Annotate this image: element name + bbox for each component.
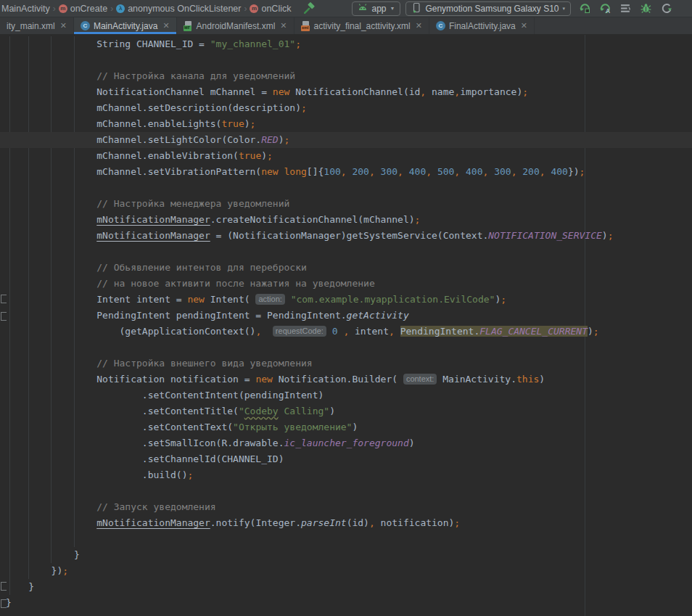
code-token: long bbox=[284, 166, 307, 177]
code-token: this bbox=[516, 374, 539, 385]
profiler-icon[interactable] bbox=[617, 1, 633, 17]
code-line[interactable]: PendingIntent pendingIntent = PendingInt… bbox=[0, 308, 692, 324]
apply-code-changes-icon[interactable]: A bbox=[597, 1, 613, 17]
phone-icon bbox=[411, 2, 421, 15]
code-line[interactable]: .setContentIntent(pendingIntent) bbox=[0, 387, 692, 403]
code-token: "Открыть уведомление" bbox=[233, 422, 352, 432]
code-line[interactable]: } bbox=[0, 595, 692, 611]
breadcrumb-item[interactable]: monClick bbox=[250, 4, 291, 14]
code-line[interactable] bbox=[0, 180, 692, 196]
code-line[interactable]: } bbox=[0, 579, 692, 595]
code-token: ; bbox=[501, 294, 506, 305]
close-icon[interactable]: ✕ bbox=[416, 21, 422, 30]
tab-label: ity_main.xml bbox=[7, 21, 55, 31]
code-token bbox=[6, 517, 96, 528]
code-line[interactable] bbox=[0, 52, 692, 68]
code-token bbox=[460, 166, 466, 177]
code-line[interactable] bbox=[0, 483, 692, 499]
code-line[interactable]: mChannel.setDescription(description); bbox=[0, 100, 692, 116]
build-hammer-icon[interactable] bbox=[301, 1, 317, 17]
editor-tab[interactable]: xmlactivity_final_acttivity.xml✕ bbox=[294, 17, 429, 34]
code-line[interactable] bbox=[0, 340, 692, 356]
code-line[interactable]: String CHANNEL_ID = "my_channel_01"; bbox=[0, 36, 692, 52]
attach-debugger-icon[interactable] bbox=[638, 1, 654, 17]
code-token: ; bbox=[187, 469, 193, 480]
editor-tab[interactable]: ity_main.xml✕ bbox=[0, 17, 74, 34]
code-token: ) bbox=[539, 374, 545, 385]
code-line[interactable] bbox=[0, 531, 692, 547]
run-config-label: app bbox=[371, 4, 386, 14]
code-line[interactable]: // Запуск уведомления bbox=[0, 499, 692, 515]
breadcrumb-item[interactable]: monCreate bbox=[59, 4, 107, 14]
code-token: , bbox=[369, 166, 375, 177]
editor-tab[interactable]: CFinalActtivity.java✕ bbox=[429, 17, 535, 34]
code-line[interactable]: .setContentText("Открыть уведомление") bbox=[0, 419, 692, 435]
code-line[interactable]: // Настройка канала для уведомлений bbox=[0, 68, 692, 84]
run-config-selector[interactable]: app ▼ bbox=[352, 1, 400, 16]
code-token bbox=[279, 166, 284, 177]
code-area[interactable]: String CHANNEL_ID = "my_channel_01"; // … bbox=[0, 35, 692, 611]
code-token: (getApplicationContext() bbox=[6, 326, 255, 337]
code-token: 200 bbox=[352, 166, 368, 177]
code-token: // на новое активити после нажатия на ув… bbox=[6, 278, 375, 289]
code-line[interactable]: }); bbox=[0, 563, 692, 579]
tab-label: AndroidManifest.xml bbox=[197, 21, 276, 31]
close-icon[interactable]: ✕ bbox=[280, 21, 287, 30]
code-line[interactable]: mChannel.setVibrationPattern(new long[]{… bbox=[0, 164, 692, 180]
code-line[interactable]: NotificationChannel mChannel = new Notif… bbox=[0, 84, 692, 100]
breadcrumb-separator: › bbox=[110, 4, 113, 14]
code-token: String CHANNEL_ID = bbox=[6, 38, 210, 49]
editor-tab[interactable]: CMainActivity.java✕ bbox=[74, 17, 177, 34]
code-token: // Настройка канала для уведомлений bbox=[6, 70, 295, 81]
code-line[interactable]: // Настройка менеджера уведомлений bbox=[0, 196, 692, 212]
code-line[interactable]: } bbox=[0, 547, 692, 563]
code-token: ; bbox=[295, 38, 301, 49]
code-line[interactable]: mChannel.enableVibration(true); bbox=[0, 148, 692, 164]
code-token: "my_channel_01" bbox=[210, 38, 295, 49]
code-line[interactable]: // Настройка внешнего вида уведомления bbox=[0, 356, 692, 371]
code-token: ) bbox=[352, 422, 358, 432]
code-editor[interactable]: String CHANNEL_ID = "my_channel_01"; // … bbox=[0, 35, 692, 616]
anonymous-class-icon: λ bbox=[116, 4, 125, 13]
code-line[interactable]: mChannel.setLightColor(Color.RED); bbox=[0, 132, 692, 148]
chevron-down-icon: ▾ bbox=[563, 6, 566, 12]
code-token: mChannel.enableLights( bbox=[6, 118, 221, 129]
code-line[interactable]: .setChannelId(CHANNEL_ID) bbox=[0, 451, 692, 467]
close-icon[interactable]: ✕ bbox=[162, 21, 169, 30]
editor-tab[interactable]: MFAndroidManifest.xml✕ bbox=[177, 17, 294, 34]
code-token: ; bbox=[593, 326, 599, 337]
code-line[interactable]: mChannel.enableLights(true); bbox=[0, 116, 692, 132]
code-line[interactable]: // на новое активити после нажатия на ув… bbox=[0, 276, 692, 292]
code-line[interactable]: mNotificationManager.createNotificationC… bbox=[0, 212, 692, 228]
code-line[interactable]: mNotificationManager = (NotificationMana… bbox=[0, 228, 692, 244]
code-line[interactable] bbox=[0, 244, 692, 260]
code-line[interactable]: (getApplicationContext(), requestCode: 0… bbox=[0, 324, 692, 340]
profile-icon[interactable] bbox=[658, 1, 674, 17]
code-line[interactable]: Intent intent = new Intent( action: "com… bbox=[0, 292, 692, 308]
code-line[interactable]: .build(); bbox=[0, 467, 692, 483]
device-label: Genymotion Samsung Galaxy S10 bbox=[425, 4, 559, 14]
code-line[interactable]: mNotificationManager.notify(Integer.pars… bbox=[0, 515, 692, 531]
code-token: mNotificationManager bbox=[96, 214, 210, 225]
code-line[interactable]: .setSmallIcon(R.drawable.ic_launcher_for… bbox=[0, 435, 692, 451]
toolbar-actions: A bbox=[577, 1, 674, 17]
close-icon[interactable]: ✕ bbox=[521, 21, 527, 30]
code-token: } bbox=[6, 549, 80, 560]
code-line[interactable]: // Обьявление интентов для переброски bbox=[0, 260, 692, 276]
code-token: ) bbox=[329, 406, 335, 416]
device-selector[interactable]: Genymotion Samsung Galaxy S10 ▾ bbox=[405, 1, 571, 16]
breadcrumb-label: MainActivity bbox=[1, 4, 50, 14]
apply-changes-restart-icon[interactable] bbox=[577, 1, 593, 17]
close-icon[interactable]: ✕ bbox=[60, 21, 67, 30]
tab-label: FinalActtivity.java bbox=[449, 21, 516, 31]
code-token: // Настройка менеджера уведомлений bbox=[6, 198, 289, 209]
code-line[interactable]: .setContentTitle("Codeby Calling") bbox=[0, 403, 692, 419]
tab-label: MainActivity.java bbox=[94, 21, 157, 31]
code-line[interactable]: Notification notification = new Notifica… bbox=[0, 371, 692, 387]
breadcrumb: MainActivity›monCreate›λanonymous OnClic… bbox=[1, 4, 291, 14]
code-token: .notify(Integer. bbox=[210, 517, 301, 528]
code-token bbox=[432, 166, 437, 177]
breadcrumb-item[interactable]: λanonymous OnClickListener bbox=[116, 4, 241, 14]
breadcrumb-item[interactable]: MainActivity bbox=[1, 4, 50, 14]
code-token: ; bbox=[250, 118, 256, 129]
